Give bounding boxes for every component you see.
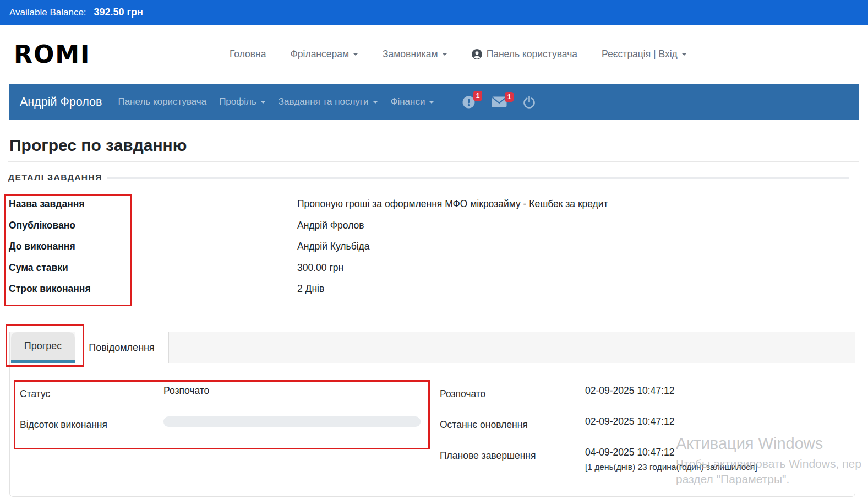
messages-badge: 1 [505,92,514,102]
nav-register-login[interactable]: Реєстрація | Вхід [602,48,687,60]
balance-label: Available Balance: [9,7,86,18]
person-icon [472,49,482,59]
tabs-strip: Прогрес Повідомлення [9,332,855,364]
logout-icon-button[interactable] [523,96,536,109]
alerts-icon-button[interactable]: 1 [462,95,476,109]
status-value: Розпочато [163,385,209,397]
balance-value: 392.50 грн [94,7,143,18]
navbar-brand-username[interactable]: Андрій Фролов [20,95,102,109]
section-heading-task-details: ДЕТАЛІ ЗАВДАННЯ [8,172,849,187]
updated-label: Останнє оновлення [440,419,528,431]
started-value: 02-09-2025 10:47:12 [585,385,675,397]
chevron-down-icon [681,53,687,56]
user-navbar: Андрій Фролов Панель користувача Профіль… [9,84,859,120]
nav-user-panel[interactable]: Панель користувача [472,48,577,60]
percent-label: Відсоток виконання [20,419,107,431]
due-label: Планове завершення [440,450,536,462]
due-value: 04-09-2025 10:47:12 [585,447,675,458]
updated-value: 02-09-2025 10:47:12 [585,416,675,427]
progress-tab-panel: Статус Розпочато Відсоток виконання Розп… [9,363,855,497]
divider [107,177,849,179]
status-label: Статус [20,388,50,400]
detail-row-bid-amount: Сума ставки 300.00 грн [9,262,856,284]
nav-freelancers[interactable]: Фрілансерам [291,48,359,60]
site-header: ROMI Головна Фрілансерам Замовникам Пане… [0,25,868,84]
main-nav: Головна Фрілансерам Замовникам Панель ко… [230,25,687,84]
started-label: Розпочато [440,388,485,400]
page-title: Прогрес по завданню [9,136,187,155]
balance-bar: Available Balance: 392.50 грн [0,0,868,25]
chevron-down-icon [429,101,434,104]
time-remaining: [1 день(днів) 23 година(годин) залишилос… [585,462,757,472]
chevron-down-icon [353,53,358,56]
progress-bar [163,416,421,427]
chevron-down-icon [260,101,266,104]
detail-row-deadline: Строк виконання 2 Днів [9,283,856,305]
task-details: Назва завдання Пропоную гроші за оформле… [9,198,856,305]
nav-home[interactable]: Головна [230,48,266,60]
alerts-badge: 1 [473,91,483,101]
tab-messages[interactable]: Повідомлення [75,332,169,363]
chevron-down-icon [442,53,447,56]
logo[interactable]: ROMI [14,40,90,68]
navbar-tasks-services[interactable]: Завдання та послуги [279,96,378,107]
navbar-profile[interactable]: Профіль [219,96,266,107]
detail-row-published-by: Опубліковано Андрій Фролов [9,220,856,241]
power-icon [523,96,536,109]
chevron-down-icon [373,101,378,104]
detail-row-assignee: До виконання Андрій Кульбіда [9,241,856,262]
tab-progress[interactable]: Прогрес [11,332,75,363]
messages-icon-button[interactable]: 1 [492,96,507,107]
nav-clients[interactable]: Замовникам [383,48,447,60]
divider [8,161,859,162]
navbar-user-panel[interactable]: Панель користувача [118,96,206,107]
navbar-finance[interactable]: Фінанси [391,96,435,107]
detail-row-title: Назва завдання Пропоную гроші за оформле… [9,198,856,220]
